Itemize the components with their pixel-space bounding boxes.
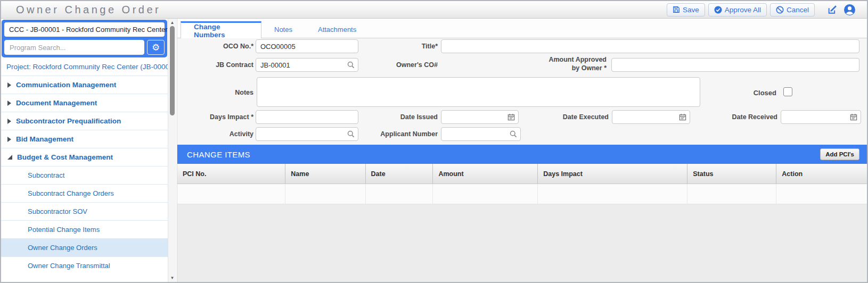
calendar-icon[interactable] <box>507 113 515 121</box>
empty-cell <box>687 184 776 204</box>
sidebar-item-label: Subcontractor Prequalification <box>16 117 121 125</box>
add-pcis-button[interactable]: Add PCI's <box>820 148 859 160</box>
user-icon[interactable] <box>842 3 856 16</box>
project-link[interactable]: Project: Rockford Community Rec Center (… <box>1 57 168 76</box>
page-title: Owner Change Order <box>16 4 161 16</box>
sidebar-subitem-label: Subcontract Change Orders <box>28 189 114 197</box>
expand-arrow-icon <box>7 137 11 142</box>
empty-cell <box>776 184 867 204</box>
oco-no-input[interactable] <box>256 39 358 53</box>
program-selector-box: CCC - JB-00001 - Rockford Community Rec … <box>2 20 167 57</box>
approve-all-label: Approve All <box>725 6 761 14</box>
search-icon[interactable] <box>347 61 355 69</box>
expand-arrow-icon <box>7 82 11 88</box>
sidebar-subitem-owner-change-orders[interactable]: Owner Change Orders <box>1 238 168 256</box>
calendar-icon[interactable] <box>679 113 686 121</box>
sidebar-subitem-label: Potential Change Items <box>28 226 100 234</box>
sidebar-subitem-label: Owner Change Transmittal <box>28 262 110 270</box>
cancel-icon <box>776 6 784 14</box>
closed-label: Closed <box>691 89 776 97</box>
days-impact-input[interactable] <box>256 110 358 124</box>
column-header-pci-no: PCI No. <box>177 164 285 184</box>
sidebar-subitem-potential-change-items[interactable]: Potential Change Items <box>1 220 168 238</box>
column-header-name: Name <box>285 164 365 184</box>
sidebar-item-subcontractor-prequalification[interactable]: Subcontractor Prequalification <box>1 112 168 130</box>
empty-cell <box>366 184 433 204</box>
sidebar-item-communication-management[interactable]: Communication Management <box>1 76 168 94</box>
company-selector[interactable]: CCC - JB-00001 - Rockford Community Rec … <box>4 22 165 37</box>
change-items-banner: CHANGE ITEMS Add PCI's <box>177 145 867 164</box>
sidebar-subitem-label: Subcontractor SOV <box>28 207 87 215</box>
sidebar-item-label: Communication Management <box>16 81 116 89</box>
program-search-row: ⚙ <box>4 40 165 55</box>
jb-contract-input[interactable] <box>256 58 358 72</box>
tab-notes[interactable]: Notes <box>261 21 305 38</box>
search-icon[interactable] <box>347 130 355 138</box>
column-header-action: Action <box>776 164 867 184</box>
company-selector-value: CCC - JB-00001 - Rockford Community Rec … <box>9 26 168 34</box>
gear-icon: ⚙ <box>152 43 160 52</box>
sidebar: CCC - JB-00001 - Rockford Community Rec … <box>1 19 168 282</box>
check-circle-icon <box>714 6 722 14</box>
scroll-down-icon[interactable]: ▼ <box>168 276 176 280</box>
sidebar-item-bid-management[interactable]: Bid Management <box>1 130 168 148</box>
closed-checkbox[interactable] <box>783 87 792 96</box>
notes-textarea[interactable] <box>257 77 700 107</box>
amount-approved-label: Amount Approved by Owner * <box>543 56 607 72</box>
jb-contract-field <box>256 58 358 72</box>
empty-cell <box>538 184 687 204</box>
date-received-input[interactable] <box>781 110 861 124</box>
column-header-date: Date <box>366 164 433 184</box>
activity-label: Activity <box>177 130 253 138</box>
column-header-amount: Amount <box>433 164 538 184</box>
settings-button[interactable]: ⚙ <box>147 40 165 55</box>
empty-cell <box>177 184 285 204</box>
tab-bar: Change NumbersNotesAttachments <box>177 19 867 38</box>
date-received-label: Date Received <box>692 113 777 121</box>
empty-cell <box>433 184 538 204</box>
change-items-title: CHANGE ITEMS <box>187 150 250 159</box>
empty-cell <box>285 184 365 204</box>
date-executed-field <box>612 110 690 124</box>
date-received-field <box>781 110 861 124</box>
oco-form: OCO No.* Title* JB Contract Owner's CO# … <box>177 38 867 145</box>
tab-attachments[interactable]: Attachments <box>305 21 369 38</box>
sidebar-subitem-subcontract-change-orders[interactable]: Subcontract Change Orders <box>1 184 168 202</box>
scroll-up-icon[interactable]: ▲ <box>168 20 176 25</box>
date-issued-field <box>441 110 519 124</box>
notes-label: Notes <box>177 89 253 96</box>
calendar-icon[interactable] <box>850 113 857 121</box>
sidebar-subitem-subcontractor-sov[interactable]: Subcontractor SOV <box>1 202 168 220</box>
amount-approved-input[interactable] <box>611 58 859 72</box>
title-input[interactable] <box>441 39 859 53</box>
search-icon[interactable] <box>510 130 517 138</box>
grid-filler <box>177 204 867 282</box>
applicant-number-input[interactable] <box>441 127 521 141</box>
cancel-label: Cancel <box>787 6 809 14</box>
approve-all-button[interactable]: Approve All <box>708 3 767 16</box>
tab-change-numbers[interactable]: Change Numbers <box>181 21 261 38</box>
sidebar-subitem-subcontract[interactable]: Subcontract <box>1 166 168 184</box>
activity-field <box>256 127 358 141</box>
date-executed-input[interactable] <box>612 110 690 124</box>
column-header-days-impact: Days Impact <box>538 164 687 184</box>
edit-icon[interactable] <box>825 3 839 16</box>
sidebar-item-budget-cost-management[interactable]: Budget & Cost Management <box>1 148 168 166</box>
activity-input[interactable] <box>256 127 358 141</box>
save-button[interactable]: Save <box>667 3 705 16</box>
sidebar-item-label: Bid Management <box>16 135 73 143</box>
date-issued-label: Date Issued <box>365 113 438 121</box>
sidebar-scrollbar[interactable]: ▲ ▼ <box>168 19 176 282</box>
cancel-button[interactable]: Cancel <box>770 3 815 16</box>
sidebar-subitem-owner-change-transmittal[interactable]: Owner Change Transmittal <box>1 256 168 274</box>
column-header-status: Status <box>687 164 776 184</box>
applicant-number-field <box>441 127 521 141</box>
sidebar-item-document-management[interactable]: Document Management <box>1 94 168 112</box>
owners-co-label: Owner's CO# <box>365 61 438 69</box>
change-items-grid-header: PCI No.NameDateAmountDays ImpactStatusAc… <box>177 164 867 184</box>
save-label: Save <box>683 6 699 14</box>
expand-arrow-icon <box>7 119 11 124</box>
scrollbar-thumb[interactable] <box>170 26 175 115</box>
program-search-input[interactable] <box>4 40 144 55</box>
owner-change-order-window: Owner Change Order Save Approve All Canc… <box>0 0 868 283</box>
